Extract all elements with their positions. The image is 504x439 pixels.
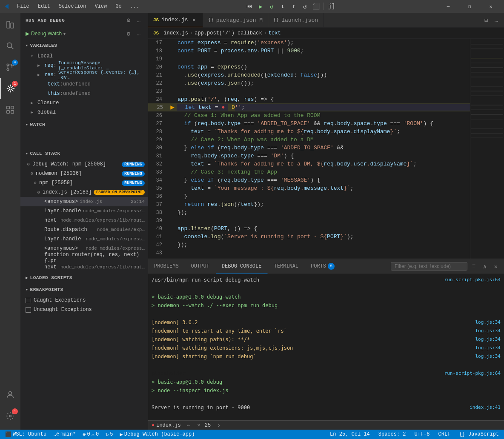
debug-step-over-btn[interactable]: ⬇ xyxy=(278,2,288,11)
callstack-npm[interactable]: ⚙ npm [25059] RUNNING xyxy=(20,178,148,188)
console-link-log2[interactable]: log.js:34 xyxy=(475,327,501,335)
callstack-nodemon[interactable]: ⚙ nodemon [25036] RUNNING xyxy=(20,169,148,178)
breakpoint-uncaught[interactable]: Uncaught Exceptions xyxy=(20,305,148,314)
status-wsl[interactable]: ⬛ WSL: Ubuntu xyxy=(3,430,48,439)
breadcrumb-text[interactable]: text xyxy=(269,30,281,36)
status-errors[interactable]: ⊕ 0 ⚠ 0 xyxy=(81,430,100,439)
status-debug-session[interactable]: ▶ Debug Watch (basic-app) xyxy=(118,430,197,439)
terminal-expand-btn[interactable]: › xyxy=(214,421,223,430)
tab-indexjs[interactable]: JS index.js ✕ xyxy=(148,13,203,27)
callstack-next2[interactable]: next node_modules/express/lib/rout… xyxy=(20,262,148,272)
console-link-run-script[interactable]: run-script-pkg.js:64 xyxy=(444,276,501,284)
closure-group[interactable]: ▶ Closure xyxy=(20,98,148,108)
activity-explorer[interactable] xyxy=(0,14,20,35)
global-group[interactable]: ▶ Global xyxy=(20,108,148,117)
activity-extensions[interactable] xyxy=(0,100,20,120)
var-this[interactable]: this : undefined xyxy=(20,89,148,98)
status-position[interactable]: Ln 25, Col 14 xyxy=(328,430,372,439)
tab-debug-console[interactable]: DEBUG CONSOLE xyxy=(216,259,268,274)
tab-launchjson[interactable]: {} launch.json xyxy=(268,13,324,27)
callstack-anon1-name: <anonymous> xyxy=(44,199,78,205)
debug-extra-btn[interactable]: j] xyxy=(326,2,337,11)
console-link-log3[interactable]: log.js:34 xyxy=(475,336,501,343)
console-output[interactable]: /usr/bin/npm run-script debug-watch run-… xyxy=(148,274,504,420)
menu-view[interactable]: View xyxy=(91,3,110,10)
debug-step-out-btn[interactable]: ↺ xyxy=(300,2,310,11)
breakpoint-caught[interactable]: Caught Exceptions xyxy=(20,296,148,305)
breakpoints-section-header[interactable]: ▾ BREAKPOINTS xyxy=(20,284,148,296)
close-btn[interactable]: ✕ xyxy=(481,0,501,13)
status-sync[interactable]: ↻ 5 xyxy=(104,430,115,439)
svg-point-2 xyxy=(7,43,12,48)
callstack-indexjs[interactable]: ⚙ index.js [25183] PAUSED ON BREAKPOINT xyxy=(20,188,148,197)
code-editor[interactable]: 17 const express = require('express'); 1… xyxy=(148,39,470,259)
menu-more[interactable]: ... xyxy=(127,3,143,10)
tab-output[interactable]: OUTPUT xyxy=(185,259,216,274)
tab-ports[interactable]: PORTS 5 xyxy=(305,259,341,274)
minimize-btn[interactable]: — xyxy=(438,0,458,13)
local-group-header[interactable]: ▾ Local xyxy=(20,51,148,61)
callstack-debug-watch[interactable]: ⚙ Debug Watch: npm [25008] RUNNING xyxy=(20,160,148,169)
loaded-scripts-header[interactable]: ▶ LOADED SCRIPTS xyxy=(20,272,148,284)
watch-section-header[interactable]: ▾ WATCH xyxy=(20,119,148,131)
variables-section-header[interactable]: ▾ VARIABLES xyxy=(20,40,148,51)
sidebar-gear-btn[interactable]: ⚙ xyxy=(124,16,133,25)
menu-file[interactable]: File xyxy=(14,3,33,10)
callstack-router-fn[interactable]: function router(req, res, next) {.pr xyxy=(20,253,148,262)
menu-selection[interactable]: Selection xyxy=(55,3,90,10)
console-filter-input[interactable] xyxy=(391,262,467,271)
console-link-log5[interactable]: log.js:34 xyxy=(475,353,501,360)
debug-step-into-btn[interactable]: ⬆ xyxy=(289,2,299,11)
editor-pencil-btn[interactable]: ✏ xyxy=(184,421,193,430)
var-res[interactable]: ▶ res : ServerResponse {_events: {…}, _e… xyxy=(20,70,148,80)
console-link-log1[interactable]: log.js:34 xyxy=(475,319,501,326)
tab-terminal[interactable]: TERMINAL xyxy=(268,259,305,274)
panel-list-btn[interactable]: ≡ xyxy=(469,262,478,271)
status-eol[interactable]: CRLF xyxy=(437,430,452,439)
console-link-pkg[interactable]: run-script-pkg.js:64 xyxy=(444,370,501,377)
breadcrumb-file[interactable]: JS index.js xyxy=(153,30,188,36)
callstack-layer2[interactable]: Layer.handle node_modules/express… xyxy=(20,234,148,244)
var-req[interactable]: ▶ req : IncomingMessage {_readableState:… xyxy=(20,61,148,70)
callstack-layer1[interactable]: Layer.handle node_modules/express/… xyxy=(20,206,148,216)
panel-close-btn[interactable]: ✕ xyxy=(491,262,501,271)
console-link-log4[interactable]: log.js:34 xyxy=(475,344,501,352)
callstack-anonymous1[interactable]: <anonymous> index.js 25:14 xyxy=(20,197,148,206)
callstack-route[interactable]: Route.dispatch node_modules/exp… xyxy=(20,225,148,234)
panel-expand-btn[interactable]: ∧ xyxy=(480,262,490,271)
callstack-next1[interactable]: next node_modules/express/lib/rout… xyxy=(20,216,148,225)
var-text[interactable]: text : undefined xyxy=(20,80,148,89)
status-spaces[interactable]: Spaces: 2 xyxy=(377,430,408,439)
status-language[interactable]: {} JavaScript xyxy=(457,430,501,439)
debug-restart-btn[interactable]: ↺ xyxy=(266,2,277,11)
editor-file-status[interactable]: ● index.js xyxy=(152,422,181,428)
status-encoding[interactable]: UTF-8 xyxy=(413,430,432,439)
debug-play-button[interactable]: ▶ Debug Watch ▾ xyxy=(26,31,66,37)
debug-stop-btn[interactable]: ⬛ xyxy=(311,2,321,11)
tab-indexjs-close[interactable]: ✕ xyxy=(191,17,198,23)
activity-search[interactable] xyxy=(0,36,20,56)
status-branch[interactable]: ⎇ main* xyxy=(52,430,77,439)
split-editor-btn[interactable]: ⊟ xyxy=(482,16,490,24)
debug-back-btn[interactable]: ⏮ xyxy=(244,2,255,11)
editor-more-btn[interactable]: … xyxy=(492,16,501,24)
editor-close-file-btn[interactable]: ✕ xyxy=(195,421,203,430)
sidebar-more-btn[interactable]: … xyxy=(135,16,143,25)
activity-debug[interactable]: 1 xyxy=(0,78,20,99)
debug-more-btn[interactable]: … xyxy=(135,29,143,38)
breadcrumb-callback[interactable]: app.post('/') callback xyxy=(195,30,262,36)
tab-problems[interactable]: PROBLEMS xyxy=(148,259,185,274)
caught-exceptions-checkbox[interactable] xyxy=(26,298,31,303)
activity-account[interactable] xyxy=(0,385,20,405)
debug-continue-btn[interactable]: ▶ xyxy=(255,2,266,11)
tab-packagejson[interactable]: {} package.json M xyxy=(203,13,268,27)
activity-source-control[interactable]: 4 xyxy=(0,57,20,77)
menu-edit[interactable]: Edit xyxy=(34,3,54,10)
debug-gear-btn[interactable]: ⚙ xyxy=(124,29,133,38)
call-stack-section-header[interactable]: ▾ CALL STACK xyxy=(20,148,148,160)
activity-settings[interactable]: 1 xyxy=(0,406,20,426)
maximize-btn[interactable]: ❐ xyxy=(460,0,479,13)
console-link-index[interactable]: index.js:41 xyxy=(470,404,501,411)
menu-go[interactable]: Go xyxy=(112,3,125,10)
uncaught-exceptions-checkbox[interactable] xyxy=(26,307,31,313)
